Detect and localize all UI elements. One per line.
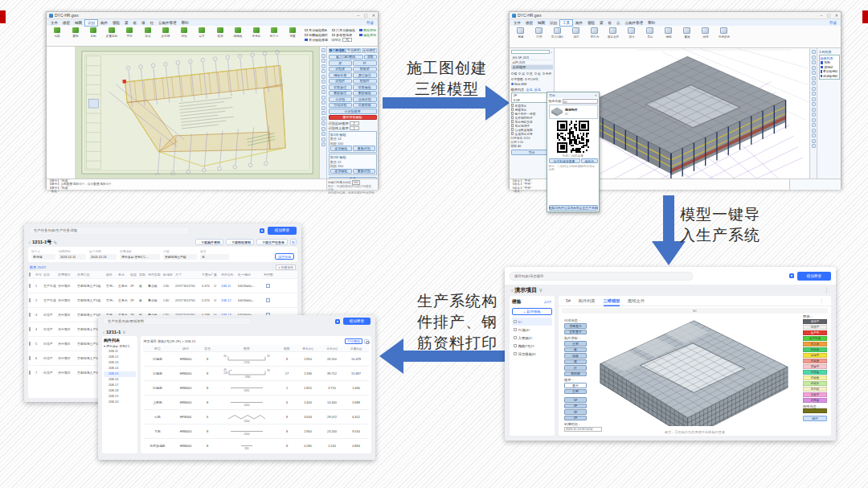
type-button[interactable]: 全部 [564,341,587,347]
row-checkbox[interactable] [29,342,31,346]
sidebar-item-building[interactable]: 梅构7号2# [512,342,552,350]
tool-strip-icon[interactable] [812,144,816,148]
tool-strip-icon[interactable] [321,85,326,89]
tool-strip-icon[interactable] [812,81,816,85]
panel-tab[interactable]: 手动建模 [346,48,361,54]
back-icon[interactable]: ‹ [511,288,513,293]
row-checkbox[interactable] [29,313,31,317]
type-button[interactable]: 柱 [564,365,587,371]
panel-button[interactable]: 识别梁 [329,67,353,72]
toolbar-button[interactable]: 系统设置 [714,27,733,39]
menu-item[interactable]: 识别 [84,19,98,27]
panel-tab[interactable]: 其他建模 [362,48,377,54]
notification-icon[interactable] [789,273,794,278]
tool-strip-icon[interactable] [321,75,326,79]
panel-button[interactable]: 批量校核 [353,103,377,109]
state-button[interactable]: 透视显示 [564,323,587,329]
floor-item[interactable]: 3-5F [512,98,552,103]
caret-down-icon[interactable]: ∨ [122,329,125,334]
panel-button[interactable]: 提取钢筋 [353,84,377,90]
radio-option[interactable]: 构件 [542,72,552,76]
rebar-row[interactable]: 马凳加强筋HRB400828080.2802.2400.884 [143,438,369,452]
menu-item[interactable]: 楼层 [60,20,72,26]
breadcrumb[interactable]: 生产任务列表/图纸资料 [103,318,252,326]
tool-strip-icon[interactable] [321,48,326,52]
tool-strip-icon[interactable] [812,133,816,137]
read-cad-button[interactable]: 输入CAD图纸 [329,55,363,60]
type-button[interactable]: 梁 [564,359,587,365]
menu-item[interactable]: 梁 [122,20,131,26]
tree-item[interactable]: 20B-14 [104,366,136,371]
menu-item[interactable]: 帮助 [645,20,657,26]
tool-strip-icon[interactable] [321,54,326,58]
panel-button[interactable]: 编辑支座 [329,72,353,78]
batch-action-button[interactable]: ∨ 批量操作 [276,265,296,270]
edit-icon[interactable]: ✎ [53,240,57,245]
maximize-button[interactable]: ▢ [364,13,368,18]
refresh-icon[interactable]: ↻ [290,239,297,245]
cloud-recognize-button[interactable]: 云识别楼层 [329,109,377,114]
tool-strip-icon[interactable] [321,127,326,131]
tool-strip-icon[interactable] [321,80,326,84]
tool-strip-icon[interactable] [812,129,816,133]
menu-item[interactable]: 构件 [573,20,585,26]
tree-item[interactable]: 20B-17 [104,383,136,388]
view-option[interactable]: 隐藏钢筋网格 [305,33,328,37]
tool-strip-icon[interactable] [812,60,816,64]
toolbar-button[interactable]: 平移 [121,27,139,38]
group-button[interactable]: 重新识别 [353,169,375,174]
tool-strip-icon[interactable] [321,132,326,136]
view-option[interactable]: 参考面选择 [332,33,355,37]
field-input[interactable]: 1 [350,126,359,130]
tree-item[interactable]: 20B-19 [104,394,136,400]
radio-option[interactable]: 层 [518,72,525,76]
toolbar-button[interactable]: 新建 [511,27,530,39]
panel-button[interactable]: 梁 [329,60,353,66]
floors-link[interactable]: 全选 [526,88,532,92]
menu-item[interactable]: 钢筋 [585,20,597,26]
row-checkbox[interactable] [29,284,31,288]
preview-name-input[interactable]: 4# [563,99,598,104]
maximize-button[interactable]: ▢ [827,13,831,18]
panel-button[interactable]: 云识别 [329,96,353,102]
panel-button[interactable]: 原位标注 [353,72,377,78]
tool-strip-icon[interactable] [812,76,816,80]
login-button[interactable]: 模拟登录 [797,272,831,281]
panel-button[interactable]: 点选识别 [353,96,377,102]
sidebar-item-building[interactable]: 7C栋4# [512,326,552,334]
floor-button[interactable]: 3F [564,409,587,415]
floor-button[interactable]: 5F [564,397,587,403]
read-button[interactable]: 读取 [364,55,377,60]
floor-mode-button[interactable]: 显示 [564,383,587,388]
floor-mode-button[interactable]: 全部 [564,389,587,395]
drawing-file-icon[interactable] [266,298,270,303]
select-button[interactable]: 选中 [803,416,827,421]
tree-item[interactable]: 20B-16 [104,377,136,383]
type-button[interactable]: 板 [564,347,587,353]
radio-option[interactable]: PC深化 [525,77,538,81]
minimize-button[interactable]: – [821,13,823,18]
tool-strip-icon[interactable] [812,66,816,70]
tree-item[interactable]: 20B-12 [104,355,136,360]
menu-item[interactable]: 云构件管理 [623,20,646,26]
filter-input[interactable]: 2023-12-11 [59,254,86,260]
print-button[interactable]: 打印图纸 [345,338,362,344]
toolbar-button[interactable]: 反向镜 [157,27,175,38]
login-button[interactable]: 模拟登录 [268,227,297,235]
view-option[interactable]: 只显示新钢筋 [332,28,355,32]
rebar-row[interactable]: 上部筋HRB4008240062.40014.4005.688 [143,395,369,409]
tool-strip-icon[interactable] [321,96,326,100]
sync-to-mes-button[interactable]: 模型与构件信息清单同步至生产系统 [549,205,598,211]
close-icon[interactable]: ✕ [595,93,597,97]
panel-button[interactable]: 自动识别 [329,103,353,109]
group-button[interactable]: 添加钢筋 [330,146,353,151]
tool-strip-icon[interactable] [321,117,326,121]
tool-strip-icon[interactable] [321,100,326,105]
toolbar-button[interactable]: 导出 [641,27,659,39]
component-link[interactable]: 20B-12 [220,298,237,302]
row-checkbox[interactable] [29,356,31,360]
menu-item[interactable]: 轴网 [72,20,84,26]
sidebar-item-building[interactable]: 演示楼栋3# [512,350,552,358]
toolbar-button[interactable]: 靠齐 [193,27,211,38]
row-checkbox[interactable] [29,371,31,375]
